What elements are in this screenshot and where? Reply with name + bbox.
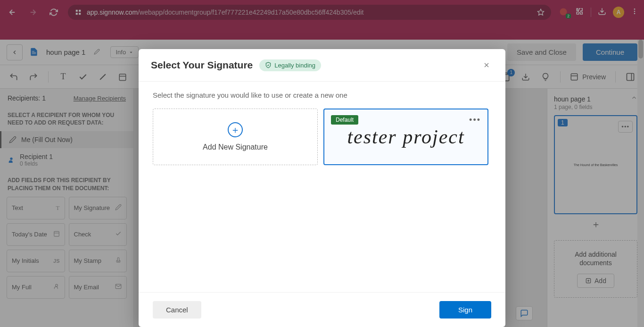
plus-circle-icon: ＋ (228, 122, 243, 137)
legally-binding-badge: Legally binding (259, 59, 321, 71)
legally-binding-label: Legally binding (274, 62, 315, 69)
signature-menu-icon[interactable]: ••• (469, 115, 481, 125)
sign-button[interactable]: Sign (439, 301, 491, 319)
modal-title: Select Your Signature (151, 59, 253, 71)
cancel-button[interactable]: Cancel (153, 301, 201, 319)
add-signature-card[interactable]: ＋ Add New Signature (153, 109, 318, 165)
signature-option[interactable]: Default ••• tester project (323, 109, 488, 165)
signature-modal: Select Your Signature Legally binding Se… (139, 49, 505, 327)
modal-close-icon[interactable] (480, 59, 493, 72)
signature-preview: tester project (347, 126, 464, 148)
modal-instruction: Select the signature you would like to u… (153, 91, 491, 99)
default-badge: Default (331, 115, 358, 125)
add-signature-label: Add New Signature (203, 143, 268, 151)
